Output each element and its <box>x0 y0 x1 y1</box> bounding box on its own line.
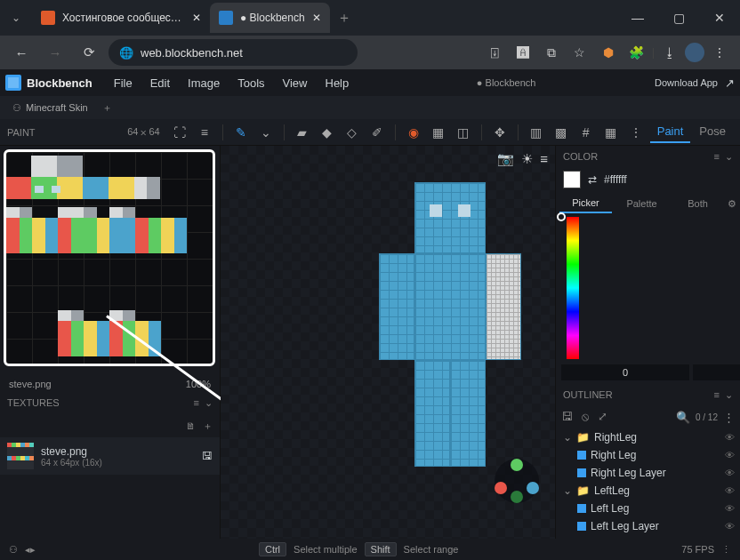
visibility-icon[interactable]: 👁 <box>725 485 735 496</box>
color-wheel-icon[interactable]: ◉ <box>403 122 424 143</box>
visibility-icon[interactable]: 👁 <box>725 521 735 532</box>
mode-pose[interactable]: Pose <box>692 121 733 143</box>
minimize-button[interactable]: — <box>617 0 658 36</box>
add-texture-icon[interactable]: ＋ <box>203 420 213 433</box>
move-icon[interactable]: ✥ <box>489 122 511 143</box>
overflow-icon[interactable]: ⌄ <box>255 122 277 143</box>
light-icon[interactable]: ☀ <box>521 151 533 167</box>
reader-icon[interactable]: ⧉ <box>538 39 565 66</box>
url-field[interactable]: 🌐 web.blockbench.net <box>109 39 358 66</box>
checker-icon[interactable]: ▩ <box>551 122 572 143</box>
chevron-down-icon[interactable]: ⌄ <box>563 431 572 444</box>
brush-tool-icon[interactable]: ✎ <box>230 122 252 143</box>
forward-button[interactable]: → <box>41 38 69 67</box>
save-texture-icon[interactable]: 🖫 <box>202 450 213 462</box>
menu-image[interactable]: Image <box>179 69 229 96</box>
extension-metamask-icon[interactable]: ⬢ <box>595 39 622 66</box>
new-file-tab[interactable]: ＋ <box>97 101 118 115</box>
tree-cube[interactable]: Right Leg Layer👁 <box>556 464 740 482</box>
visibility-icon[interactable]: 👁 <box>725 432 735 443</box>
tree-cube[interactable]: Left Leg Layer👁 <box>556 517 740 535</box>
snap-icon[interactable]: # <box>575 122 597 143</box>
visibility-icon[interactable]: 👁 <box>725 450 735 460</box>
eraser-tool-icon[interactable]: ◇ <box>342 122 363 143</box>
mode-paint[interactable]: Paint <box>650 121 691 143</box>
pose-mode-icon[interactable]: ⚇ <box>9 544 18 556</box>
close-icon[interactable]: ✕ <box>312 12 321 24</box>
save-outliner-icon[interactable]: 🖫 <box>561 410 573 424</box>
browser-tab-1[interactable]: Хостинговое сообщество «Tin ✕ <box>32 3 210 33</box>
settings-icon[interactable]: ≡ <box>540 151 548 167</box>
outliner-more-icon[interactable]: ⋮ <box>723 411 735 424</box>
apps-icon[interactable]: ▦ <box>600 122 622 143</box>
uv-editor[interactable] <box>0 146 220 377</box>
3d-viewport[interactable]: 📷 ☀ ≡ <box>221 146 555 539</box>
stamp-tool-icon[interactable]: ◆ <box>317 122 338 143</box>
translate-icon[interactable]: 🅰 <box>510 39 536 66</box>
texture-item[interactable]: steve.png 64 x 64px (16x) 🖫 <box>0 437 220 475</box>
select-icon[interactable]: ◫ <box>453 122 474 143</box>
profile-icon[interactable] <box>685 43 704 62</box>
eyedropper-tool-icon[interactable]: ✐ <box>366 122 388 143</box>
extensions-icon[interactable]: 🧩 <box>623 39 650 66</box>
camera-icon[interactable]: 📷 <box>497 151 514 167</box>
expand-icon[interactable]: ⤢ <box>598 410 607 424</box>
menu-view[interactable]: View <box>274 69 317 96</box>
palette-tab[interactable]: Palette <box>615 195 668 212</box>
panel-collapse-icon[interactable]: ⌄ <box>205 397 213 409</box>
menu-help[interactable]: Help <box>317 69 358 96</box>
tree-cube[interactable]: Right Leg👁 <box>556 446 740 464</box>
tree-folder[interactable]: ⌄📁RightLeg👁 <box>556 428 740 446</box>
bookmark-icon[interactable]: ☆ <box>567 39 593 66</box>
new-tab-button[interactable]: ＋ <box>330 9 358 28</box>
external-link-icon[interactable]: ↗ <box>725 76 735 90</box>
visibility-toggle-icon[interactable]: ⦸ <box>582 410 589 424</box>
panel-dropdown-icon[interactable]: ≡ <box>194 397 199 409</box>
panel-collapse-icon[interactable]: ⌄ <box>725 389 733 401</box>
panel-collapse-icon[interactable]: ⌄ <box>725 151 733 163</box>
scrub-icon[interactable]: ◂▸ <box>25 544 36 556</box>
axis-gizmo[interactable] <box>495 459 539 503</box>
more-icon[interactable]: ⋮ <box>625 122 647 143</box>
gear-icon[interactable]: ⚙ <box>728 198 736 210</box>
swap-colors-icon[interactable]: ⇄ <box>588 173 597 186</box>
color-g-input[interactable] <box>693 364 740 380</box>
color-swatch[interactable] <box>563 171 581 188</box>
dropdown-icon[interactable]: ≡ <box>194 122 215 143</box>
file-tab[interactable]: ⚇ Minecraft Skin <box>4 96 97 119</box>
search-icon[interactable]: 🔍 <box>676 411 690 424</box>
download-app-link[interactable]: Download App <box>655 77 718 88</box>
color-r-input[interactable] <box>561 364 689 380</box>
fullscreen-icon[interactable]: ⛶ <box>169 122 190 143</box>
visibility-icon[interactable]: 👁 <box>725 503 735 514</box>
install-app-icon[interactable]: ⍗ <box>481 39 508 66</box>
import-texture-icon[interactable]: 🗎 <box>186 420 196 431</box>
close-button[interactable]: ✕ <box>699 0 740 36</box>
visibility-icon[interactable]: 👁 <box>725 468 735 478</box>
panel-dropdown-icon[interactable]: ≡ <box>714 151 720 163</box>
tree-folder[interactable]: ⌄📁LeftLeg👁 <box>556 482 740 500</box>
picker-tab[interactable]: Picker <box>559 194 612 213</box>
menu-icon[interactable]: ⋮ <box>706 39 733 66</box>
close-icon[interactable]: ✕ <box>192 12 201 24</box>
chevron-down-icon[interactable]: ⌄ <box>563 484 572 497</box>
back-button[interactable]: ← <box>7 38 36 67</box>
downloads-icon[interactable]: ⭳ <box>656 39 683 66</box>
mirror-icon[interactable]: ▥ <box>526 122 547 143</box>
color-hex[interactable]: #ffffff <box>604 173 627 186</box>
both-tab[interactable]: Both <box>672 195 724 212</box>
app-logo[interactable]: Blockbench <box>5 75 92 91</box>
grid-icon[interactable]: ▦ <box>428 122 449 143</box>
tree-cube[interactable]: Left Leg👁 <box>556 500 740 517</box>
bucket-tool-icon[interactable]: ▰ <box>292 122 313 143</box>
reload-button[interactable]: ⟳ <box>75 38 103 67</box>
hue-slider[interactable] <box>567 217 579 359</box>
tab-list-button[interactable]: ⌄ <box>0 2 32 34</box>
menu-tools[interactable]: Tools <box>229 69 273 96</box>
status-more-icon[interactable]: ⋮ <box>721 544 731 556</box>
menu-edit[interactable]: Edit <box>141 69 179 96</box>
maximize-button[interactable]: ▢ <box>658 0 699 36</box>
browser-tab-2[interactable]: ● Blockbench ✕ <box>210 3 330 33</box>
menu-file[interactable]: File <box>105 69 141 96</box>
panel-dropdown-icon[interactable]: ≡ <box>714 389 720 401</box>
